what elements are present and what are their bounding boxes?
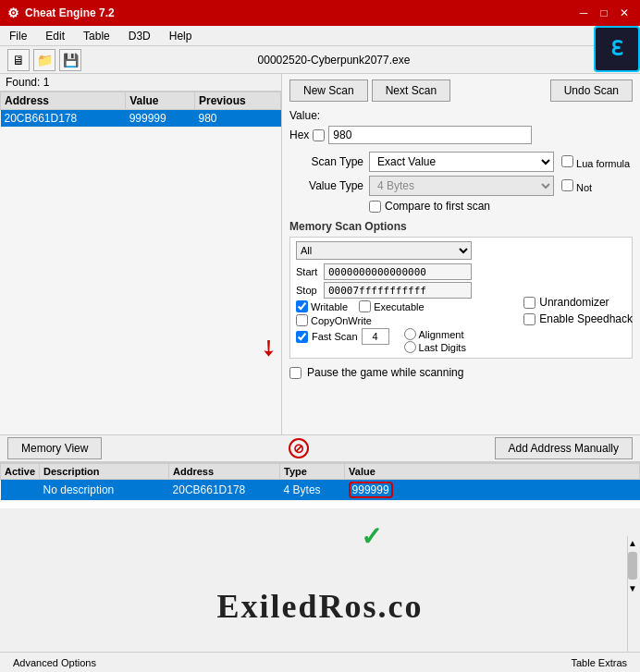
value-circled: 999999 [349,482,393,498]
fast-scan-checkbox[interactable] [296,331,308,343]
menu-file[interactable]: File [4,28,32,44]
cancel-scan-icon[interactable]: ⊘ [289,438,309,458]
alignment-radio[interactable] [404,328,416,340]
col-address: Address [1,92,126,110]
value-label: Value: [289,109,320,122]
mem-scan-section: Memory Scan Options All Application Cust… [289,220,633,359]
fast-scan-input[interactable] [362,328,389,345]
value-type-select[interactable]: 4 Bytes 1 Byte 2 Bytes 8 Bytes Float Dou… [369,176,554,196]
cell-value: 999999 [126,110,195,128]
minimize-button[interactable]: ─ [575,5,592,21]
undo-scan-button[interactable]: Undo Scan [550,79,633,102]
value-input[interactable] [328,126,532,144]
writable-checkbox[interactable] [296,300,308,312]
status-table-extras[interactable]: Table Extras [565,655,633,670]
stop-label: Stop [296,285,324,296]
col-previous: Previous [194,92,280,110]
toolbar-icons: 🖥 📁 💾 [7,49,81,71]
lua-formula-checkbox[interactable] [561,155,573,167]
scan-type-row: Scan Type Exact Value Bigger than... Sma… [289,152,633,172]
add-address-manually-button[interactable]: Add Address Manually [495,437,633,459]
speedhack-checkbox[interactable] [523,313,535,325]
executable-item: Executable [359,300,424,312]
scroll-thumb[interactable] [628,552,637,580]
copy-on-write-checkbox[interactable] [296,314,308,326]
start-label: Start [296,266,324,277]
menubar: File Edit Table D3D Help [0,26,640,46]
scroll-up-arrow[interactable]: ▲ [628,536,640,550]
speedhack-row: Enable Speedhack [523,312,633,325]
table-row[interactable]: 20CB661D178 999999 980 [1,110,281,128]
unrando-section: Unrandomizer Enable Speedhack [523,296,633,329]
scroll-down-arrow[interactable]: ▼ [628,581,640,595]
menu-table[interactable]: Table [78,28,116,44]
unrandomizer-row: Unrandomizer [523,296,633,309]
titlebar: ⚙ Cheat Engine 7.2 ─ □ ✕ [0,0,640,26]
copy-on-write-item: CopyOnWrite [296,314,372,326]
hex-checkbox[interactable] [313,129,325,141]
memory-view-button[interactable]: Memory View [7,437,102,459]
found-bar: Found: 1 [0,74,281,92]
save-icon[interactable]: 💾 [59,49,81,71]
mem-scan-header: Memory Scan Options [289,220,633,233]
green-check-icon: ✓ [361,521,382,552]
col-val: Value [345,464,640,480]
value-type-label: Value Type [289,179,363,192]
pause-checkbox[interactable] [289,367,302,379]
right-panel: New Scan Next Scan Undo Scan Value: Hex … [282,74,640,434]
value-type-row: Value Type 4 Bytes 1 Byte 2 Bytes 8 Byte… [289,176,633,196]
col-value: Value [126,92,195,110]
folder-icon[interactable]: 📁 [33,49,55,71]
scrollbar-right[interactable]: ▲ ▼ [627,536,640,652]
not-checkbox[interactable] [561,179,573,191]
process-title: 00002520-Cyberpunk2077.exe [81,54,586,67]
titlebar-controls: ─ □ ✕ [575,5,633,21]
pause-row: Pause the game while scanning [289,366,633,379]
mem-range-select[interactable]: All Application Custom [296,241,472,260]
cell-type: 4 Bytes [280,480,345,501]
processbar: 🖥 📁 💾 00002520-Cyberpunk2077.exe [0,46,640,74]
start-input[interactable] [324,263,472,280]
cell-desc: No description [40,480,169,501]
next-scan-button[interactable]: Next Scan [372,79,450,102]
writable-item: Writable [296,300,348,312]
watermark: ExiledRos.co [0,587,640,626]
scan-type-label: Scan Type [289,155,363,168]
addr-table: Active Description Address Type Value No… [0,463,640,501]
cell-previous: 980 [194,110,280,128]
menu-edit[interactable]: Edit [40,28,70,44]
alignment-row: Alignment [404,328,466,340]
addr-table-row[interactable]: No description 20CB661D178 4 Bytes 99999… [1,480,640,501]
cell-active [1,480,40,501]
hex-row: Hex [289,126,633,144]
app-title: Cheat Engine 7.2 [25,6,115,19]
new-scan-button[interactable]: New Scan [289,79,368,102]
stop-input[interactable] [324,282,472,299]
status-advanced-options[interactable]: Advanced Options [7,655,102,670]
bottom-bar: Memory View ⊘ Add Address Manually [0,434,640,462]
titlebar-left: ⚙ Cheat Engine 7.2 [7,6,115,20]
addr-table-section: Active Description Address Type Value No… [0,462,640,508]
start-row: Start [296,263,626,280]
computer-icon[interactable]: 🖥 [7,49,30,71]
last-digits-radio[interactable] [404,341,416,353]
col-description: Description [40,464,169,480]
unrandomizer-checkbox[interactable] [523,297,535,309]
cell-address: 20CB661D178 [1,110,126,128]
menu-help[interactable]: Help [164,28,198,44]
menu-d3d[interactable]: D3D [123,28,156,44]
scan-buttons: New Scan Next Scan Undo Scan [289,79,633,102]
compare-checkbox[interactable] [369,201,381,213]
col-addr: Address [169,464,280,480]
executable-checkbox[interactable] [359,300,371,312]
maximize-button[interactable]: □ [596,5,612,21]
main-area: Found: 1 Address Value Previous 20CB661D… [0,74,640,434]
not-label: Not [561,179,592,193]
results-table: Address Value Previous 20CB661D178 99999… [0,92,281,128]
close-button[interactable]: ✕ [616,5,633,21]
lua-formula-label: Lua formula [561,155,630,169]
fast-scan-row: Fast Scan [296,328,389,345]
value-row: Value: [289,109,633,122]
scan-type-select[interactable]: Exact Value Bigger than... Smaller than.… [369,152,554,172]
cell-val: 999999 [345,480,640,501]
